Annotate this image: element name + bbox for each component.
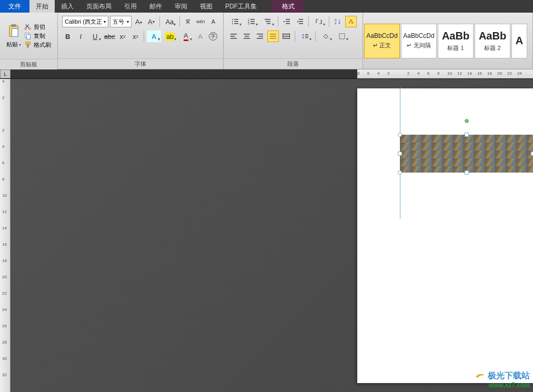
bold-button[interactable]: B (62, 31, 73, 42)
menu-references[interactable]: 引用 (118, 0, 143, 13)
align-distributed-button[interactable] (280, 31, 292, 42)
copy-button[interactable]: 复制 (24, 32, 51, 40)
align-center-button[interactable] (241, 31, 253, 42)
menu-file[interactable]: 文件 (0, 0, 29, 13)
svg-point-13 (232, 23, 233, 24)
divider (179, 16, 180, 27)
menu-insert[interactable]: 插入 (55, 0, 80, 13)
borders-button[interactable] (335, 31, 349, 42)
watermark: 极光下载站 www.xz7.com (474, 370, 530, 389)
enclose-char-button[interactable]: A (208, 16, 219, 27)
vertical-ruler[interactable]: 422468101214161820222426283032 (0, 79, 11, 392)
document-canvas[interactable] (11, 79, 533, 392)
svg-point-52 (328, 37, 329, 39)
enclosed-char-button[interactable]: 字 (208, 31, 219, 42)
phonetic-guide-button[interactable]: 変 (183, 16, 194, 27)
align-left-icon (230, 33, 237, 40)
superscript-button[interactable]: x2 (130, 31, 141, 42)
svg-rect-48 (289, 33, 290, 39)
align-center-icon (243, 33, 250, 40)
brush-icon (24, 41, 32, 48)
paste-icon (6, 24, 21, 38)
svg-rect-50 (305, 36, 308, 36)
handle-top-mid[interactable] (465, 133, 469, 137)
handle-mid-right[interactable] (531, 152, 533, 156)
svg-rect-36 (245, 36, 249, 37)
svg-rect-14 (234, 23, 238, 24)
style-more[interactable]: A (511, 24, 527, 58)
svg-rect-33 (230, 36, 235, 37)
style-heading-2[interactable]: AaBb 标题 2 (475, 24, 510, 58)
svg-rect-34 (230, 38, 237, 39)
handle-top-left[interactable] (398, 133, 402, 137)
menu-format[interactable]: 格式 (274, 0, 303, 13)
svg-rect-42 (270, 36, 276, 37)
font-group-label: 字体 (58, 58, 223, 69)
menu-view[interactable]: 视图 (194, 0, 219, 13)
align-justify-button[interactable] (267, 31, 279, 42)
format-painter-button[interactable]: 格式刷 (24, 41, 51, 49)
svg-rect-28 (299, 21, 303, 22)
show-marks-button[interactable] (345, 16, 357, 27)
char-shading-button[interactable]: A (195, 31, 206, 42)
change-case-button[interactable]: Aa (163, 16, 177, 27)
svg-rect-25 (286, 21, 290, 22)
tab-selector[interactable]: L (0, 69, 11, 78)
style-no-spacing[interactable]: AaBbCcDd ↵ 无间隔 (401, 24, 437, 58)
svg-point-4 (29, 28, 31, 30)
svg-point-9 (232, 19, 233, 20)
menu-mail[interactable]: 邮件 (143, 0, 168, 13)
svg-rect-45 (283, 36, 289, 37)
numbering-button[interactable]: 123 (244, 16, 259, 27)
paste-button[interactable]: 粘贴 (3, 15, 24, 57)
grow-font-button[interactable]: A▴ (133, 16, 144, 27)
font-name-select[interactable]: Calibri (西文正▾ (62, 16, 108, 27)
decrease-indent-button[interactable] (281, 16, 293, 27)
menu-home[interactable]: 开始 (29, 0, 55, 13)
svg-rect-20 (250, 23, 255, 24)
text-direction-button[interactable] (311, 16, 326, 27)
font-size-select[interactable]: 五号▾ (110, 16, 132, 27)
subscript-button[interactable]: x2 (117, 31, 128, 42)
svg-rect-53 (339, 34, 345, 39)
align-left-button[interactable] (228, 31, 239, 42)
handle-mid-left[interactable] (398, 152, 402, 156)
svg-rect-26 (286, 23, 290, 24)
handle-bottom-mid[interactable] (465, 170, 469, 175)
svg-rect-1 (11, 24, 16, 27)
multilevel-list-button[interactable] (260, 16, 275, 27)
strike-button[interactable]: abc (104, 31, 115, 42)
style-heading-1[interactable]: AaBb 标题 1 (438, 24, 474, 58)
highlight-button[interactable]: ab (163, 31, 177, 42)
svg-rect-51 (305, 37, 308, 38)
divider (278, 16, 278, 27)
ruler-dark-area (11, 69, 357, 78)
menu-layout[interactable]: 页面布局 (80, 0, 118, 13)
style-normal[interactable]: AaBbCcDd ↵ 正文 (364, 24, 400, 58)
increase-indent-button[interactable] (294, 16, 306, 27)
cut-button[interactable]: 剪切 (24, 23, 51, 31)
shrink-font-button[interactable]: A▾ (146, 16, 157, 27)
underline-button[interactable]: U (88, 31, 102, 42)
group-clipboard: 粘贴 剪切 复制 格式刷 剪贴板 (0, 13, 58, 69)
horizontal-ruler[interactable]: 864224681012141618202224 (357, 69, 533, 78)
svg-rect-38 (257, 34, 263, 35)
menu-pdf[interactable]: PDF工具集 (219, 0, 263, 13)
workspace: 422468101214161820222426283032 (0, 79, 533, 392)
align-right-button[interactable] (254, 31, 266, 42)
line-spacing-icon (301, 33, 309, 40)
bullets-button[interactable] (228, 16, 243, 27)
char-border-button[interactable]: wén (195, 16, 206, 27)
italic-button[interactable]: I (75, 31, 86, 42)
handle-rotate[interactable] (465, 119, 469, 123)
text-effects-button[interactable]: A (147, 31, 161, 42)
handle-bottom-left[interactable] (398, 170, 402, 175)
svg-rect-35 (244, 34, 250, 35)
selected-image[interactable] (400, 135, 533, 173)
bullets-icon (232, 18, 239, 25)
font-color-button[interactable]: A (179, 31, 193, 42)
menu-review[interactable]: 审阅 (168, 0, 194, 13)
line-spacing-button[interactable] (298, 31, 313, 42)
shading-button[interactable] (318, 31, 333, 42)
sort-button[interactable]: AZ (332, 16, 344, 27)
